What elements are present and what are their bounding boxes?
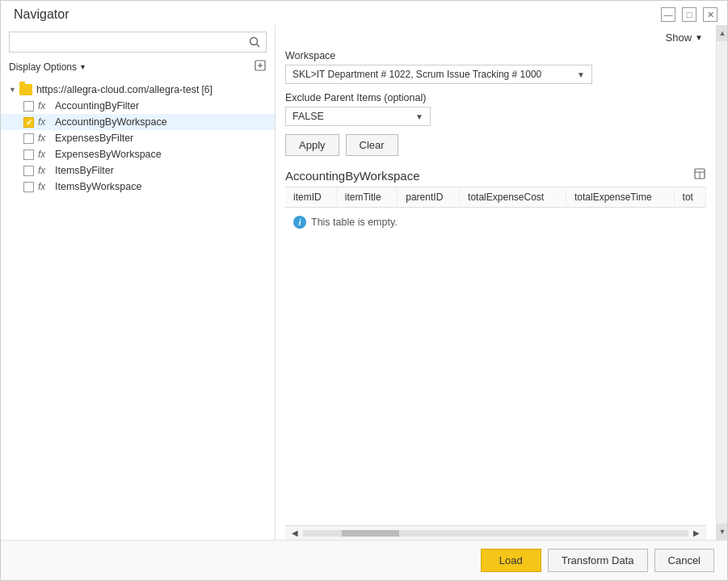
dialog-title: Navigator: [14, 7, 69, 22]
checkbox-AccountingByFilter[interactable]: [23, 101, 34, 112]
preview-options-button[interactable]: [693, 167, 706, 183]
list-item[interactable]: fx AccountingByFilter: [1, 98, 275, 114]
checkbox-AccountingByWorkspace[interactable]: ✓: [23, 117, 34, 128]
show-button[interactable]: Show ▼: [666, 32, 703, 44]
tree-area: ▼ https://allegra-cloud.com/allegra-test…: [1, 80, 275, 533]
empty-cell: i This table is empty.: [285, 208, 706, 238]
preview-title: AccountingByWorkspace: [285, 169, 419, 183]
checkbox-ItemsByWorkspace[interactable]: [23, 182, 34, 192]
display-options-button[interactable]: Display Options ▼: [9, 61, 86, 73]
display-options-chevron: ▼: [79, 63, 86, 71]
preview-table: itemID itemTitle parentID totalExpenseCo…: [285, 187, 706, 237]
navigator-dialog: Navigator — □ ✕ Display: [0, 0, 728, 581]
right-main: Workspace SKL>IT Department # 1022, Scru…: [276, 47, 716, 540]
col-tot: tot: [674, 187, 705, 208]
empty-info: i This table is empty.: [293, 216, 698, 229]
scroll-down-button[interactable]: ▼: [717, 524, 727, 540]
exclude-label: Exclude Parent Items (optional): [285, 92, 706, 103]
col-totalExpenseCost: totalExpenseCost: [460, 187, 566, 208]
fx-icon: fx: [38, 181, 51, 192]
scroll-thumb: [342, 530, 400, 537]
list-item[interactable]: fx ExpensesByWorkspace: [1, 146, 275, 162]
search-icon: [249, 36, 260, 48]
checkbox-ItemsByFilter[interactable]: [23, 166, 34, 176]
fx-icon: fx: [38, 116, 51, 128]
preview-options-icon: [693, 167, 706, 180]
svg-point-0: [250, 38, 258, 45]
workspace-select[interactable]: SKL>IT Department # 1022, Scrum Issue Tr…: [285, 65, 592, 84]
collapse-arrow: ▼: [9, 86, 16, 94]
list-item[interactable]: fx ItemsByFilter: [1, 162, 275, 179]
display-options-row: Display Options ▼: [1, 57, 275, 80]
minimize-button[interactable]: —: [661, 7, 675, 22]
scroll-track[interactable]: [303, 530, 688, 537]
apply-button[interactable]: Apply: [285, 134, 339, 156]
col-itemTitle: itemTitle: [336, 187, 398, 208]
horizontal-scrollbar: ◀ ▶: [285, 525, 706, 540]
search-button[interactable]: [243, 32, 266, 52]
fx-icon: fx: [38, 149, 51, 160]
workspace-value: SKL>IT Department # 1022, Scrum Issue Tr…: [292, 69, 577, 80]
table-row: i This table is empty.: [285, 208, 706, 238]
item-label: AccountingByFilter: [55, 100, 139, 112]
item-label: ItemsByFilter: [55, 165, 114, 176]
fx-icon: fx: [38, 133, 51, 144]
item-label: ExpensesByFilter: [55, 133, 133, 144]
maximize-button[interactable]: □: [682, 7, 696, 22]
folder-icon: [19, 84, 32, 95]
left-panel: Display Options ▼ ▼: [1, 25, 276, 540]
tree-root-badge: [6]: [201, 84, 212, 95]
scroll-track-vertical: [717, 41, 727, 524]
clear-button[interactable]: Clear: [346, 134, 398, 156]
display-options-label: Display Options: [9, 61, 77, 73]
cancel-button[interactable]: Cancel: [654, 549, 714, 572]
close-button[interactable]: ✕: [703, 7, 717, 22]
exclude-select[interactable]: FALSE ▼: [285, 107, 431, 126]
table-header-row: itemID itemTitle parentID totalExpenseCo…: [285, 187, 706, 208]
workspace-chevron-icon: ▼: [577, 70, 585, 79]
new-source-button[interactable]: [254, 59, 267, 75]
show-label: Show: [666, 32, 692, 44]
load-button[interactable]: Load: [481, 549, 541, 572]
search-bar: [9, 32, 267, 53]
preview-title-row: AccountingByWorkspace: [285, 167, 706, 183]
fx-icon: fx: [38, 165, 51, 176]
checkmark-icon: ✓: [26, 118, 32, 127]
right-area: Show ▼ Workspace SKL>IT Department # 102…: [276, 25, 727, 540]
right-panel: Show ▼ Workspace SKL>IT Department # 102…: [276, 25, 716, 540]
checkbox-ExpensesByFilter[interactable]: [23, 133, 34, 144]
tree-root: ▼ https://allegra-cloud.com/allegra-test…: [1, 80, 275, 196]
show-chevron-icon: ▼: [695, 33, 703, 42]
title-bar: Navigator — □ ✕: [1, 1, 727, 25]
vertical-scrollbar: ▲ ▼: [716, 25, 727, 540]
checkbox-ExpensesByWorkspace[interactable]: [23, 149, 34, 160]
exclude-value: FALSE: [292, 111, 324, 122]
item-label: AccountingByWorkspace: [55, 116, 167, 128]
new-source-icon: [254, 59, 267, 72]
scroll-left-button[interactable]: ◀: [290, 528, 300, 537]
item-label: ItemsByWorkspace: [55, 181, 141, 192]
col-parentID: parentID: [398, 187, 460, 208]
svg-line-1: [257, 44, 260, 48]
info-icon: i: [293, 216, 306, 229]
tree-root-item[interactable]: ▼ https://allegra-cloud.com/allegra-test…: [1, 82, 275, 98]
list-item[interactable]: ✓ fx AccountingByWorkspace: [1, 114, 275, 130]
transform-data-button[interactable]: Transform Data: [548, 549, 648, 572]
bottom-bar: Load Transform Data Cancel: [1, 540, 727, 580]
col-itemID: itemID: [285, 187, 336, 208]
show-bar: Show ▼: [276, 32, 716, 47]
exclude-chevron-icon: ▼: [415, 112, 423, 121]
action-buttons: Apply Clear: [285, 134, 706, 156]
item-label: ExpensesByWorkspace: [55, 149, 162, 160]
tree-root-label: https://allegra-cloud.com/allegra-test: [36, 84, 199, 95]
table-container: itemID itemTitle parentID totalExpenseCo…: [285, 187, 706, 525]
col-totalExpenseTime: totalExpenseTime: [566, 187, 674, 208]
list-item[interactable]: fx ItemsByWorkspace: [1, 179, 275, 195]
scroll-up-button[interactable]: ▲: [717, 25, 727, 41]
search-input[interactable]: [10, 33, 243, 52]
list-item[interactable]: fx ExpensesByFilter: [1, 130, 275, 146]
scroll-right-button[interactable]: ▶: [692, 528, 701, 537]
workspace-label: Workspace: [285, 50, 706, 61]
empty-message: This table is empty.: [311, 217, 398, 228]
fx-icon: fx: [38, 100, 51, 112]
